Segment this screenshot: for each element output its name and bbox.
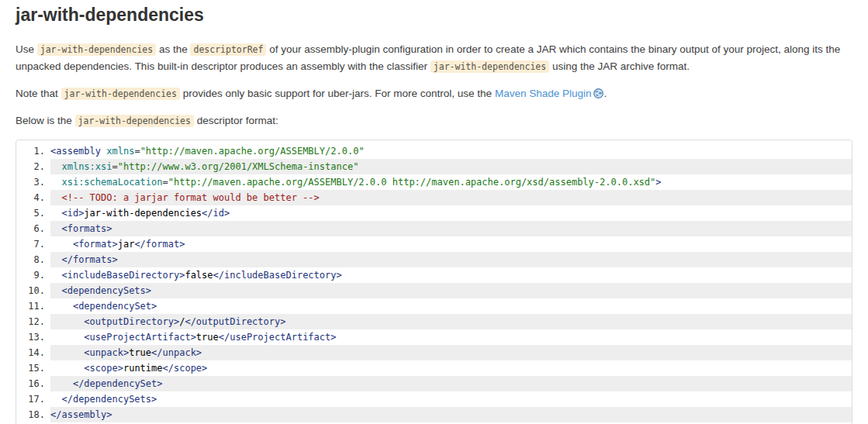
code-segment-tag: </useProjectArtifact>	[219, 332, 337, 343]
line-number: 1.	[19, 143, 50, 159]
paragraph-intro: Use jar-with-dependencies as the descrip…	[16, 41, 852, 75]
code-line-text: <!-- TODO: a jarjar format would be bett…	[50, 190, 852, 205]
line-number: 10.	[19, 283, 50, 298]
inline-code: jar-with-dependencies	[75, 115, 194, 127]
code-segment-pln	[50, 177, 61, 188]
code-segment-pln	[50, 332, 84, 343]
code-line-text: <outputDirectory>/</outputDirectory>	[50, 314, 852, 329]
code-line: 4. <!-- TODO: a jarjar format would be b…	[19, 190, 852, 205]
code-line: 17. </dependencySets>	[19, 391, 852, 407]
code-line: 14. <unpack>true</unpack>	[19, 345, 852, 360]
text-run: using the JAR archive format.	[549, 60, 690, 72]
text-run: descriptor format:	[194, 115, 278, 126]
code-segment-pln	[50, 270, 61, 281]
code-segment-pln	[50, 347, 84, 358]
code-line: 9. <includeBaseDirectory>false</includeB…	[19, 267, 852, 283]
code-segment-pln	[50, 208, 61, 219]
doc-page: jar-with-dependencies Use jar-with-depen…	[16, 5, 852, 424]
code-segment-pln: true	[196, 332, 219, 343]
code-segment-pun: =	[163, 177, 168, 188]
code-segment-tag: <assembly	[50, 146, 101, 157]
code-line-text: <format>jar</format>	[50, 236, 852, 252]
descriptor-code-block: 1.<assembly xmlns="http://maven.apache.o…	[16, 140, 852, 424]
code-line-text: <unpack>true</unpack>	[50, 345, 852, 360]
code-segment-com: <!-- TODO: a jarjar format would be bett…	[61, 192, 319, 203]
code-segment-tag: </includeBaseDirectory>	[213, 270, 342, 281]
paragraph-note: Note that jar-with-dependencies provides…	[16, 85, 852, 102]
code-segment-tag: </format>	[134, 239, 185, 250]
paragraph-below: Below is the jar-with-dependencies descr…	[16, 112, 852, 129]
external-link-globe-icon[interactable]	[593, 88, 603, 98]
code-segment-atn: xmlns	[106, 146, 134, 157]
code-segment-tag: </scope>	[163, 363, 208, 374]
line-number: 11.	[19, 298, 50, 314]
code-line-text: <assembly xmlns="http://maven.apache.org…	[50, 143, 852, 159]
code-segment-pln: runtime	[123, 363, 163, 374]
code-segment-tag: <dependencySet>	[73, 301, 157, 312]
maven-shade-plugin-link[interactable]: Maven Shade Plugin	[495, 88, 592, 99]
line-number: 12.	[19, 314, 50, 329]
line-number: 15.	[19, 360, 50, 376]
line-number: 7.	[19, 236, 50, 252]
line-number: 2.	[19, 159, 50, 174]
code-segment-tag: <scope>	[84, 363, 123, 374]
code-segment-atv: "http://www.w3.org/2001/XMLSchema-instan…	[118, 161, 359, 172]
code-line: 16. </dependencySet>	[19, 376, 852, 391]
code-line-text: <includeBaseDirectory>false</includeBase…	[50, 267, 852, 283]
code-line: 5. <id>jar-with-dependencies</id>	[19, 205, 852, 221]
code-segment-tag: </unpack>	[151, 347, 202, 358]
line-number: 13.	[19, 329, 50, 345]
code-segment-atv: "http://maven.apache.org/ASSEMBLY/2.0.0"	[140, 146, 365, 157]
code-segment-pln	[50, 239, 73, 250]
code-line-text: </formats>	[50, 252, 852, 267]
code-segment-tag: <unpack>	[84, 347, 129, 358]
code-line: 1.<assembly xmlns="http://maven.apache.o…	[19, 143, 852, 159]
text-run: as the	[156, 43, 190, 55]
line-number: 17.	[19, 391, 50, 407]
code-line: 6. <formats>	[19, 221, 852, 236]
text-run: provides only basic support for uber-jar…	[180, 88, 495, 99]
code-segment-pln: false	[185, 270, 213, 281]
code-segment-atv: "http://maven.apache.org/ASSEMBLY/2.0.0 …	[168, 177, 656, 188]
code-segment-tag: <outputDirectory>	[84, 316, 179, 327]
text-run: Use	[16, 43, 37, 55]
line-number: 9.	[19, 267, 50, 283]
code-segment-tag: <dependencySets>	[61, 285, 151, 296]
code-segment-pln	[50, 378, 73, 389]
code-segment-tag: </dependencySet>	[73, 378, 163, 389]
code-segment-tag: <includeBaseDirectory>	[61, 270, 185, 281]
code-segment-tag: <useProjectArtifact>	[84, 332, 196, 343]
code-segment-pln	[50, 223, 61, 234]
code-segment-pln	[50, 316, 84, 327]
code-segment-pln: true	[129, 347, 151, 358]
code-segment-pln	[50, 192, 61, 203]
code-segment-pln	[50, 254, 61, 265]
page-title: jar-with-dependencies	[16, 5, 852, 25]
code-line: 10. <dependencySets>	[19, 283, 852, 298]
text-run: Note that	[16, 88, 61, 99]
code-segment-pln	[50, 363, 84, 374]
code-line-text: xsi:schemaLocation="http://maven.apache.…	[50, 174, 852, 190]
code-segment-tag: </id>	[202, 208, 230, 219]
code-line: 13. <useProjectArtifact>true</useProject…	[19, 329, 852, 345]
code-line-text: </dependencySets>	[50, 391, 852, 407]
code-line-text: <id>jar-with-dependencies</id>	[50, 205, 852, 221]
code-line-text: <scope>runtime</scope>	[50, 360, 852, 376]
line-number: 5.	[19, 205, 50, 221]
code-line: 8. </formats>	[19, 252, 852, 267]
code-segment-tag: </assembly>	[50, 409, 112, 420]
code-line-text: xmlns:xsi="http://www.w3.org/2001/XMLSch…	[50, 159, 852, 174]
code-segment-pun: =	[112, 161, 117, 172]
code-segment-tag: </dependencySets>	[61, 394, 157, 405]
code-segment-tag: <format>	[73, 239, 118, 250]
code-segment-pln	[50, 161, 61, 172]
text-run: .	[603, 88, 607, 99]
code-line: 3. xsi:schemaLocation="http://maven.apac…	[19, 174, 852, 190]
code-segment-tag: <formats>	[61, 223, 112, 234]
code-segment-pln	[50, 285, 61, 296]
code-line: 15. <scope>runtime</scope>	[19, 360, 852, 376]
inline-code: jar-with-dependencies	[37, 43, 156, 56]
code-segment-pln	[50, 394, 61, 405]
code-segment-atn: xmlns:xsi	[61, 161, 112, 172]
line-number: 18.	[19, 407, 50, 422]
